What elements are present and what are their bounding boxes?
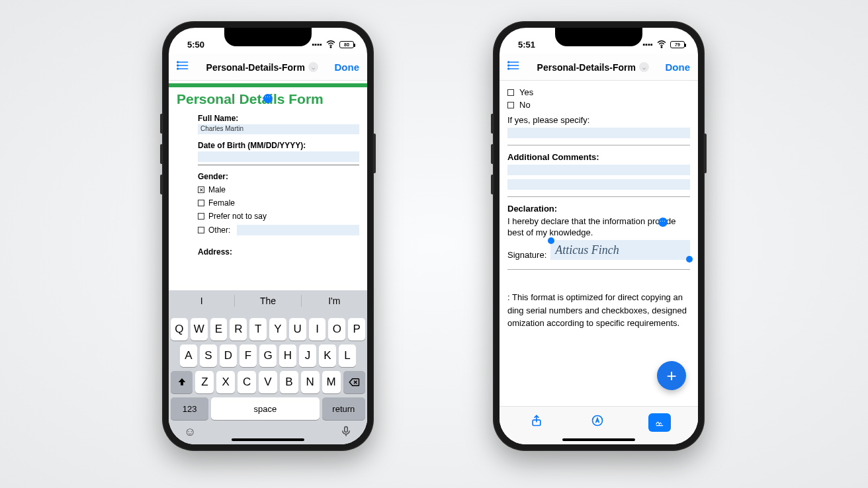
selection-handle-icon[interactable] xyxy=(658,218,668,227)
checkbox-icon[interactable] xyxy=(507,102,514,108)
keyboard-bottom: ☺ xyxy=(171,420,365,440)
list-icon[interactable] xyxy=(177,59,190,75)
svg-point-11 xyxy=(661,47,662,48)
checkbox-icon[interactable] xyxy=(198,200,204,206)
mic-icon[interactable] xyxy=(340,425,352,440)
svg-point-15 xyxy=(508,61,509,63)
gender-option-male[interactable]: ✕ Male xyxy=(177,185,359,194)
emoji-icon[interactable]: ☺ xyxy=(184,425,196,440)
chevron-down-icon: ⌵ xyxy=(639,62,649,72)
yes-label: Yes xyxy=(519,87,533,97)
key-v[interactable]: V xyxy=(259,371,277,393)
space-key[interactable]: space xyxy=(211,397,319,420)
gender-option-other[interactable]: Other: xyxy=(177,225,359,235)
key-i[interactable]: I xyxy=(309,318,326,341)
home-indicator[interactable] xyxy=(562,438,635,441)
specify-input[interactable] xyxy=(507,128,690,138)
key-u[interactable]: U xyxy=(289,318,306,341)
nav-title-group[interactable]: Personal-Details-Form ⌵ xyxy=(206,62,318,73)
option-yes[interactable]: Yes xyxy=(507,87,690,97)
key-q[interactable]: Q xyxy=(171,318,188,341)
specify-label: If yes, please specify: xyxy=(507,115,690,125)
key-o[interactable]: O xyxy=(328,318,345,341)
suggestion-3[interactable]: I'm xyxy=(302,296,367,306)
key-x[interactable]: X xyxy=(216,371,235,393)
notch xyxy=(555,28,642,46)
screen-left: 5:50 ▪▪▪▪ 80 Personal-Details-Form ⌵ Don… xyxy=(169,28,367,444)
key-row-4: 123 space return xyxy=(171,397,365,420)
comments-input-1[interactable] xyxy=(507,165,690,175)
nav-title-group[interactable]: Personal-Details-Form ⌵ xyxy=(537,62,649,73)
key-f[interactable]: F xyxy=(239,345,257,367)
home-indicator[interactable] xyxy=(232,438,304,441)
status-time: 5:51 xyxy=(518,40,535,50)
key-p[interactable]: P xyxy=(348,318,365,341)
key-w[interactable]: W xyxy=(191,318,208,341)
battery-icon: 80 xyxy=(339,41,354,48)
note-line-3: omization according to specific requirem… xyxy=(507,317,690,330)
done-button[interactable]: Done xyxy=(335,61,360,73)
signature-field[interactable]: Atticus Finch xyxy=(550,240,690,260)
gender-option-female[interactable]: Female xyxy=(177,198,359,208)
key-s[interactable]: S xyxy=(200,345,217,367)
comments-input-2[interactable] xyxy=(507,179,690,190)
checkbox-icon[interactable] xyxy=(507,89,514,96)
add-button[interactable]: + xyxy=(657,361,686,390)
key-e[interactable]: E xyxy=(210,318,228,341)
nav-title: Personal-Details-Form xyxy=(206,62,305,73)
return-key[interactable]: return xyxy=(322,397,365,420)
list-icon[interactable] xyxy=(507,59,521,75)
svg-point-5 xyxy=(177,65,179,66)
key-y[interactable]: Y xyxy=(269,318,286,341)
checkbox-icon[interactable] xyxy=(198,227,204,233)
shift-key[interactable] xyxy=(171,371,193,393)
markup-icon[interactable] xyxy=(587,414,607,430)
checkbox-icon[interactable]: ✕ xyxy=(198,186,204,193)
key-d[interactable]: D xyxy=(220,345,237,367)
key-h[interactable]: H xyxy=(279,345,296,367)
selection-handle-icon[interactable] xyxy=(263,94,273,103)
option-no[interactable]: No xyxy=(507,100,690,110)
divider xyxy=(507,196,690,197)
key-a[interactable]: A xyxy=(180,345,197,367)
key-c[interactable]: C xyxy=(238,371,256,393)
declaration-text-2: best of my knowledge. xyxy=(507,227,690,237)
selection-handle-icon[interactable] xyxy=(686,256,693,263)
full-name-input[interactable]: Charles Martin xyxy=(198,124,359,134)
gender-male-label: Male xyxy=(208,185,226,194)
cellular-icon: ▪▪▪▪ xyxy=(642,41,653,48)
svg-point-16 xyxy=(508,65,509,66)
key-z[interactable]: Z xyxy=(195,371,214,393)
header-rule xyxy=(169,83,367,87)
divider xyxy=(507,145,690,145)
gender-option-prefer[interactable]: Prefer not to say xyxy=(177,212,359,221)
key-m[interactable]: M xyxy=(322,371,341,393)
suggestion-1[interactable]: I xyxy=(169,296,234,306)
svg-point-0 xyxy=(330,47,331,48)
wifi-icon xyxy=(656,38,668,51)
key-g[interactable]: G xyxy=(259,345,277,367)
key-b[interactable]: B xyxy=(280,371,298,393)
key-j[interactable]: J xyxy=(299,345,316,367)
key-r[interactable]: R xyxy=(230,318,247,341)
wifi-icon xyxy=(325,38,337,51)
share-icon[interactable] xyxy=(527,414,546,430)
key-row-2: A S D F G H J K L xyxy=(171,345,365,367)
no-label: No xyxy=(519,100,531,110)
done-button[interactable]: Done xyxy=(666,61,691,73)
key-l[interactable]: L xyxy=(339,345,356,367)
sign-icon[interactable] xyxy=(648,413,671,432)
svg-rect-9 xyxy=(345,427,348,432)
battery-icon: 79 xyxy=(670,41,685,48)
key-n[interactable]: N xyxy=(301,371,320,393)
delete-key[interactable] xyxy=(343,371,365,393)
selection-handle-icon[interactable] xyxy=(548,237,554,244)
dob-input[interactable] xyxy=(198,151,359,162)
note-line-1: : This format is optimized for direct co… xyxy=(507,291,690,304)
suggestion-2[interactable]: The xyxy=(235,296,300,306)
key-t[interactable]: T xyxy=(249,318,267,341)
gender-other-input[interactable] xyxy=(237,225,359,235)
checkbox-icon[interactable] xyxy=(198,213,204,220)
numbers-key[interactable]: 123 xyxy=(171,397,208,420)
key-k[interactable]: K xyxy=(319,345,336,367)
